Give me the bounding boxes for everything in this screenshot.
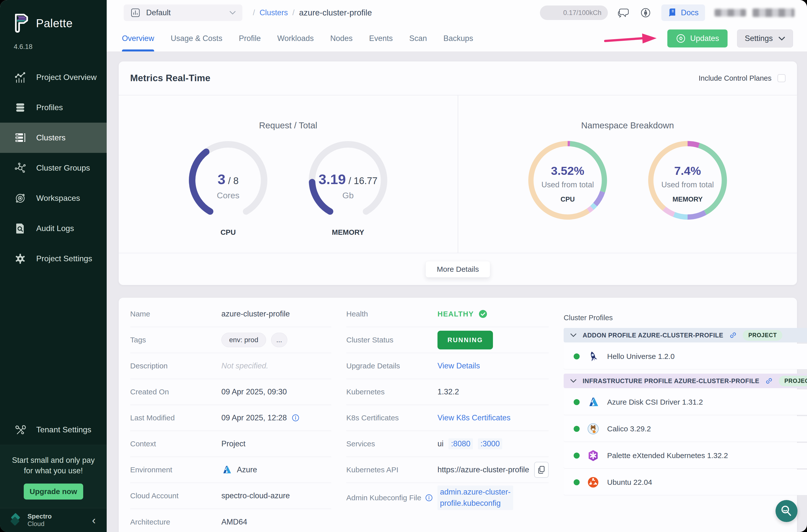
include-control-planes: Include Control Planes <box>698 74 786 82</box>
chat-icon[interactable] <box>617 6 630 19</box>
detail-value: 09 Apr 2025, 12:28 <box>221 413 331 422</box>
tab-scan[interactable]: Scan <box>409 25 427 52</box>
cpu-namespace-donut: 3.52%Used from totalCPU <box>520 133 615 228</box>
profile-group-header-infra[interactable]: INFRASTRUCTURE PROFILE AZURE-CLUSTER-PRO… <box>564 374 807 388</box>
detail-value-text: AMD64 <box>221 517 247 527</box>
detail-row-tags: Tagsenv: prod... <box>130 327 331 353</box>
sidebar-tenant: Tenant Settings <box>0 415 107 445</box>
palette-logo-icon <box>13 13 30 34</box>
sidebar-item-label: Project Overview <box>36 73 97 82</box>
tab-profile[interactable]: Profile <box>239 25 261 52</box>
profile-pack-row[interactable]: Azure Disk CSI Driver 1.31.2 <box>564 390 807 415</box>
sidebar-item-label: Tenant Settings <box>36 425 91 434</box>
detail-value-text: azure-cluster-profile <box>221 309 290 319</box>
sidebar-item-workspaces[interactable]: Workspaces <box>0 183 107 213</box>
gauge-total: 16.77 <box>354 176 377 186</box>
healthy-check-icon <box>479 310 487 318</box>
detail-label-text: Description <box>130 362 168 370</box>
brand: Palette <box>13 13 107 34</box>
profile-pack-row[interactable]: Calico 3.29.2 <box>564 416 807 442</box>
tag-pill[interactable]: env: prod <box>221 333 266 347</box>
detail-label: Environment <box>130 466 221 474</box>
project-chart-icon <box>130 7 140 18</box>
detail-value: Project <box>221 439 331 448</box>
request-total-pane: Request / Total 3 / 8CoresCPU3.19 / 16.7… <box>119 95 458 253</box>
profile-pack-row[interactable]: Palette eXtended Kubernetes 1.32.2 <box>564 443 807 468</box>
sidebar-item-tenant-settings[interactable]: Tenant Settings <box>0 415 107 445</box>
promo-text: Start small and only pay for what you us… <box>7 455 99 476</box>
settings-button[interactable]: Settings <box>737 30 793 48</box>
sidebar-item-label: Audit Logs <box>36 224 74 233</box>
detail-value: 1.32.2 <box>437 387 549 396</box>
sidebar-collapse-icon[interactable]: ‹ <box>92 515 96 526</box>
tenant-settings-icon <box>14 424 26 436</box>
chevron-down-icon <box>229 11 236 15</box>
more-details-button[interactable]: More Details <box>426 261 490 278</box>
tab-overview[interactable]: Overview <box>122 25 154 52</box>
project-selector[interactable]: Default <box>124 4 242 21</box>
profile-group-header-addon[interactable]: ADDON PROFILE AZURE-CLUSTER-PROFILEPROJE… <box>564 328 807 342</box>
detail-label: Kubernetes <box>346 388 437 396</box>
tab-usage-costs[interactable]: Usage & Costs <box>171 25 222 52</box>
sidebar: Palette 4.6.18 Project OverviewProfilesC… <box>0 0 107 532</box>
memory-namespace-donut: 7.4%Used from totalMEMORY <box>640 133 735 228</box>
detail-row-admin-kubeconfig-file: Admin Kubeconfig Fileadmin.azure-cluster… <box>346 483 549 513</box>
detail-link[interactable]: View K8s Certificates <box>437 413 510 422</box>
compass-icon[interactable] <box>639 6 652 19</box>
profile-pack-row[interactable]: Hello Universe 1.2.0 <box>564 344 807 369</box>
detail-value: View K8s Certificates <box>437 413 549 422</box>
sidebar-item-audit-logs[interactable]: Audit Logs <box>0 213 107 244</box>
tab-workloads[interactable]: Workloads <box>277 25 314 52</box>
detail-label-text: Health <box>346 310 368 318</box>
sidebar-item-clusters[interactable]: Clusters <box>0 122 107 153</box>
hello-universe-icon <box>587 350 599 362</box>
info-icon <box>292 414 299 422</box>
sidebar-item-project-settings[interactable]: Project Settings <box>0 244 107 274</box>
detail-label: Last Modified <box>130 414 221 422</box>
kubernetes-api-url: https://azure-cluster-profile... <box>437 465 529 474</box>
donut-segment <box>688 212 705 217</box>
detail-label-text: Context <box>130 440 156 448</box>
promo-line1: Start small and only pay <box>12 456 95 464</box>
detail-label-text: Cluster Status <box>346 336 393 344</box>
kubeconfig-link[interactable]: admin.azure-cluster-profile.kubeconfig <box>437 486 513 510</box>
updates-button[interactable]: Updates <box>667 30 728 48</box>
include-control-planes-checkbox[interactable] <box>777 74 786 82</box>
breadcrumb-current: azure-cluster-profile <box>299 8 372 18</box>
topbar-actions: 0.17/100kCh Docs <box>540 4 794 21</box>
detail-label: Tags <box>130 336 221 344</box>
detail-row-cluster-status: Cluster StatusRUNNING <box>346 327 549 353</box>
detail-value-text: 1.32.2 <box>437 387 459 396</box>
detail-row-kubernetes-api: Kubernetes APIhttps://azure-cluster-prof… <box>346 457 549 483</box>
copy-icon <box>538 466 545 474</box>
service-port-link[interactable]: :3000 <box>478 438 503 449</box>
donut-segment <box>592 205 595 208</box>
sidebar-item-profiles[interactable]: Profiles <box>0 92 107 122</box>
namespace-breakdown-donuts: 3.52%Used from totalCPU7.4%Used from tot… <box>520 133 735 228</box>
pack-name: Palette eXtended Kubernetes 1.32.2 <box>607 451 728 460</box>
upgrade-now-button[interactable]: Upgrade now <box>24 483 83 499</box>
docs-button[interactable]: Docs <box>661 4 705 21</box>
search-fab-button[interactable] <box>775 500 797 522</box>
project-overview-icon <box>14 72 26 83</box>
sidebar-item-cluster-groups[interactable]: Cluster Groups <box>0 153 107 183</box>
service-port-link[interactable]: :8080 <box>449 438 473 449</box>
detail-value: azure-cluster-profile <box>221 309 331 319</box>
donut-caption: Used from total <box>541 180 594 189</box>
sidebar-item-project-overview[interactable]: Project Overview <box>0 62 107 92</box>
breadcrumb-clusters-link[interactable]: Clusters <box>260 8 288 17</box>
detail-value: env: prod... <box>221 333 331 347</box>
calico-icon <box>587 423 599 435</box>
tab-nodes[interactable]: Nodes <box>330 25 353 52</box>
tab-events[interactable]: Events <box>369 25 393 52</box>
detail-value: spectro-cloud-azure <box>221 491 331 500</box>
tag-pill[interactable]: ... <box>271 333 287 347</box>
pack-status-dot <box>574 479 580 485</box>
cpu-gauge: 3 / 8CoresCPU <box>181 133 276 240</box>
profile-pack-row[interactable]: Ubuntu 22.04 <box>564 470 807 495</box>
detail-link[interactable]: View Details <box>437 361 480 370</box>
project-scope-badge: PROJECT <box>779 376 807 386</box>
tab-backups[interactable]: Backups <box>444 25 473 52</box>
copy-button[interactable] <box>534 462 549 478</box>
detail-value: 09 Apr 2025, 09:30 <box>221 387 331 396</box>
